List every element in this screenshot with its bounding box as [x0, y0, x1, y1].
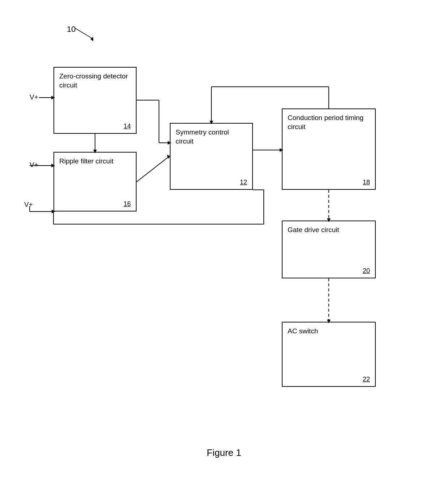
symmetry-control-title: Symmetry control circuit — [176, 128, 247, 146]
zero-crossing-ref: 14 — [124, 123, 131, 130]
symmetry-control-ref: 12 — [240, 179, 247, 186]
ac-switch-title: AC switch — [288, 327, 370, 336]
zero-crossing-title: Zero-crossing detector circuit — [59, 72, 131, 90]
svg-line-11 — [137, 156, 169, 182]
ripple-filter-ref: 16 — [124, 200, 131, 208]
gate-drive-ref: 20 — [363, 267, 370, 275]
diagram-container: 10 V+ V+ V+ Zero-crossing detector circu… — [0, 0, 448, 483]
gate-drive-title: Gate drive circuit — [288, 226, 370, 235]
v-label-2: V+ — [30, 161, 38, 169]
gate-drive-box: Gate drive circuit 20 — [282, 221, 376, 278]
svg-line-0 — [75, 28, 93, 39]
ripple-filter-title: Ripple filter circuit — [59, 157, 131, 166]
zero-crossing-box: Zero-crossing detector circuit 14 — [53, 67, 137, 134]
symmetry-control-box: Symmetry control circuit 12 — [170, 123, 253, 190]
ac-switch-box: AC switch 22 — [282, 322, 376, 387]
conduction-period-box: Conduction period timing circuit 18 — [282, 108, 376, 190]
v-label-3: V+ — [24, 201, 33, 209]
v-label-1: V+ — [30, 93, 38, 101]
conduction-period-title: Conduction period timing circuit — [288, 114, 370, 131]
conduction-period-ref: 18 — [363, 179, 370, 186]
figure-caption: Figure 1 — [207, 447, 241, 458]
ref-10-arrow — [72, 25, 100, 43]
ripple-filter-box: Ripple filter circuit 16 — [53, 152, 137, 211]
ac-switch-ref: 22 — [363, 376, 370, 383]
